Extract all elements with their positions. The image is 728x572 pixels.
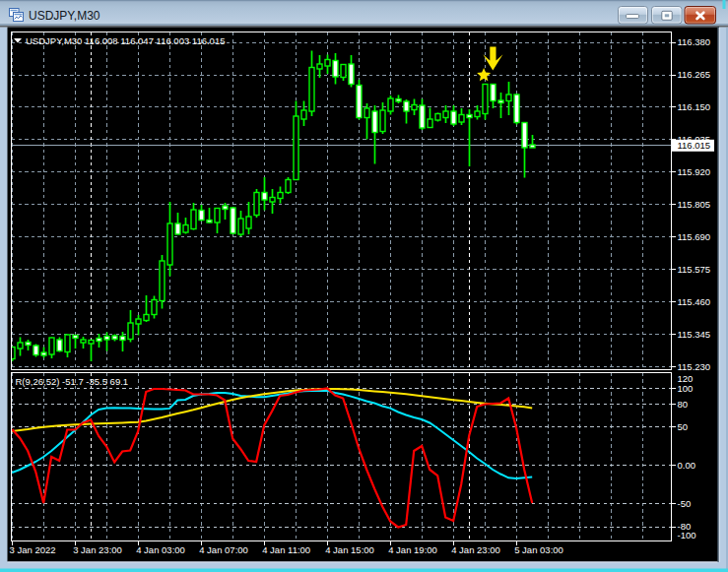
svg-text:R(9,26,52) -51.7 -35.5 69.1: R(9,26,52) -51.7 -35.5 69.1 bbox=[16, 376, 129, 387]
svg-text:4 Jan 15:00: 4 Jan 15:00 bbox=[325, 544, 374, 555]
svg-text:4 Jan 03:00: 4 Jan 03:00 bbox=[136, 544, 185, 555]
svg-text:80: 80 bbox=[678, 399, 689, 410]
svg-text:3 Jan 2022: 3 Jan 2022 bbox=[10, 544, 56, 555]
svg-text:5 Jan 03:00: 5 Jan 03:00 bbox=[514, 544, 563, 555]
svg-text:115.230: 115.230 bbox=[678, 361, 711, 372]
svg-text:100: 100 bbox=[678, 383, 694, 394]
svg-text:115.575: 115.575 bbox=[678, 264, 711, 275]
svg-text:4 Jan 11:00: 4 Jan 11:00 bbox=[262, 544, 310, 555]
svg-text:116.380: 116.380 bbox=[678, 36, 711, 47]
svg-text:-100: -100 bbox=[678, 530, 696, 540]
svg-text:116.015: 116.015 bbox=[678, 140, 711, 151]
svg-text:4 Jan 07:00: 4 Jan 07:00 bbox=[199, 544, 248, 555]
svg-text:USDJPY,M30 116.008 116.047 11: USDJPY,M30 116.008 116.047 116.003 116.0… bbox=[26, 35, 225, 46]
svg-text:4 Jan 19:00: 4 Jan 19:00 bbox=[388, 544, 437, 555]
svg-text:115.920: 115.920 bbox=[678, 166, 711, 177]
svg-text:3 Jan 23:00: 3 Jan 23:00 bbox=[73, 544, 122, 555]
svg-text:-50: -50 bbox=[678, 498, 692, 509]
svg-text:50: 50 bbox=[678, 421, 689, 432]
svg-text:4 Jan 23:00: 4 Jan 23:00 bbox=[451, 544, 500, 555]
svg-text:USDJPY,M30: USDJPY,M30 bbox=[29, 9, 100, 23]
svg-text:115.460: 115.460 bbox=[678, 296, 711, 307]
svg-text:116.265: 116.265 bbox=[678, 69, 711, 80]
svg-text:116.150: 116.150 bbox=[678, 101, 711, 112]
svg-text:115.805: 115.805 bbox=[678, 199, 711, 210]
svg-text:0.00: 0.00 bbox=[678, 460, 696, 471]
svg-text:115.345: 115.345 bbox=[678, 329, 711, 340]
svg-text:115.690: 115.690 bbox=[678, 231, 711, 242]
